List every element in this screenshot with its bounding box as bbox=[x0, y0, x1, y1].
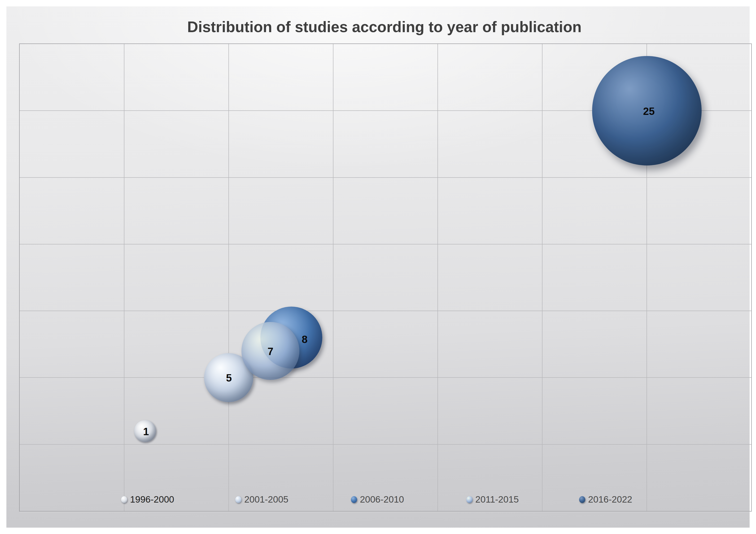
legend-bubble-marker-icon bbox=[121, 496, 127, 503]
legend-bubble-marker-icon bbox=[466, 496, 472, 503]
legend-item-label: 2006-2010 bbox=[360, 494, 404, 505]
legend-bubble-marker-icon bbox=[579, 496, 585, 503]
legend-item-label: 2016-2022 bbox=[588, 494, 632, 505]
legend-item-2011-2015: 2011-2015 bbox=[466, 494, 519, 505]
legend-item-1996-2000: 1996-2000 bbox=[121, 494, 174, 505]
legend-item-2001-2005: 2001-2005 bbox=[235, 494, 288, 505]
legend-item-2016-2022: 2016-2022 bbox=[579, 494, 632, 505]
legend-item-label: 1996-2000 bbox=[130, 494, 174, 505]
chart-panel: Distribution of studies according to yea… bbox=[6, 6, 750, 528]
legend-item-label: 2001-2005 bbox=[244, 494, 288, 505]
legend-bubble-marker-icon bbox=[235, 496, 241, 503]
legend-item-label: 2011-2015 bbox=[475, 494, 519, 505]
legend: 1996-20002001-20052006-20102011-20152016… bbox=[6, 6, 750, 528]
legend-item-2006-2010: 2006-2010 bbox=[351, 494, 404, 505]
legend-bubble-marker-icon bbox=[351, 496, 357, 503]
